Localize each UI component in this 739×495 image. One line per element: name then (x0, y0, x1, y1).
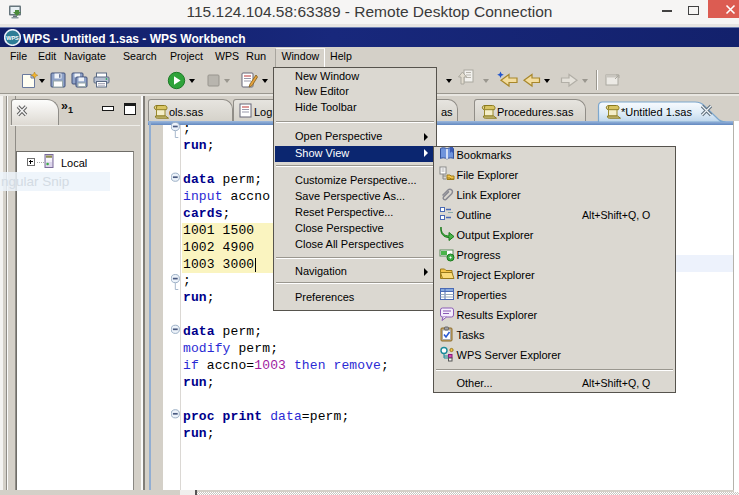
svg-text:WPS: WPS (6, 35, 19, 41)
